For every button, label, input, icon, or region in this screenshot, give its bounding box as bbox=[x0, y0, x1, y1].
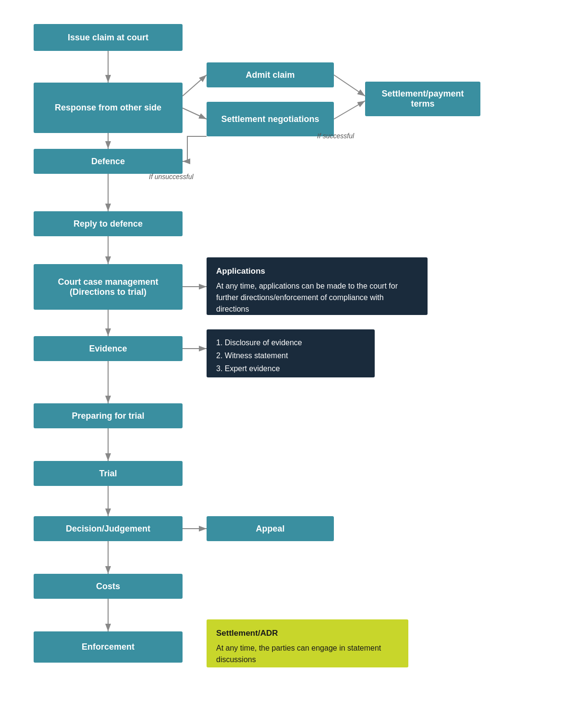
if-successful-label: If successful bbox=[317, 132, 354, 140]
evidence-item-2: 2. Witness statement bbox=[216, 349, 365, 362]
evidence-item-3: 3. Expert evidence bbox=[216, 362, 365, 375]
response-box: Response from other side bbox=[34, 83, 183, 133]
svg-line-4 bbox=[183, 108, 207, 119]
admit-claim-box: Admit claim bbox=[207, 62, 334, 87]
evidence-list-box: 1. Disclosure of evidence 2. Witness sta… bbox=[207, 329, 375, 377]
settlement-neg-box: Settlement negotiations bbox=[207, 102, 334, 136]
trial-box: Trial bbox=[34, 461, 183, 486]
settlement-payment-box: Settlement/payment terms bbox=[365, 82, 480, 116]
applications-box: Applications At any time, applications c… bbox=[207, 257, 428, 315]
settlement-adr-box: Settlement/ADR At any time, the parties … bbox=[207, 619, 408, 667]
svg-line-3 bbox=[183, 75, 207, 96]
if-unsuccessful-label: If unsuccessful bbox=[149, 173, 194, 181]
issue-claim-box: Issue claim at court bbox=[34, 24, 183, 51]
defence-box: Defence bbox=[34, 149, 183, 174]
diagram-container: Issue claim at court Response from other… bbox=[0, 0, 588, 702]
enforcement-box: Enforcement bbox=[34, 631, 183, 663]
court-case-box: Court case management (Directions to tri… bbox=[34, 264, 183, 310]
appeal-box: Appeal bbox=[207, 516, 334, 541]
preparing-box: Preparing for trial bbox=[34, 403, 183, 428]
reply-box: Reply to defence bbox=[34, 211, 183, 236]
evidence-item-1: 1. Disclosure of evidence bbox=[216, 336, 365, 349]
svg-line-6 bbox=[334, 101, 365, 119]
evidence-box: Evidence bbox=[34, 336, 183, 361]
decision-box: Decision/Judgement bbox=[34, 516, 183, 541]
svg-line-5 bbox=[334, 75, 365, 96]
costs-box: Costs bbox=[34, 574, 183, 599]
